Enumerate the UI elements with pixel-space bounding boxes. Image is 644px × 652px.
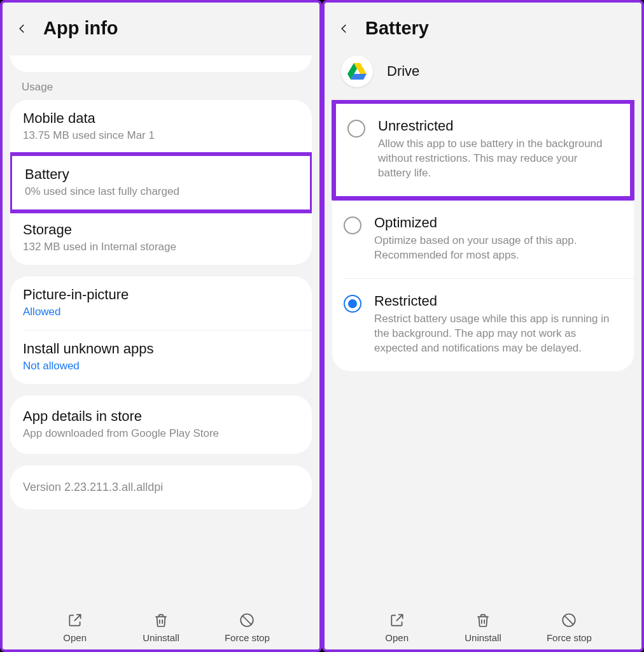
force-stop-button[interactable]: Force stop xyxy=(216,612,277,643)
open-button[interactable]: Open xyxy=(45,612,106,643)
battery-options-card: Unrestricted Allow this app to use batte… xyxy=(332,100,634,371)
back-icon[interactable] xyxy=(339,23,350,34)
row-title: Storage xyxy=(23,222,299,238)
battery-screen: Battery Drive Unrestricted Allow this ap… xyxy=(322,0,644,652)
version-card: Version 2.23.211.3.all.alldpi xyxy=(10,465,312,509)
card-peek xyxy=(10,55,312,72)
open-icon xyxy=(389,612,405,628)
header: Battery xyxy=(325,3,641,55)
row-title: App details in store xyxy=(23,408,299,425)
bottom-bar: Open Uninstall Force stop xyxy=(3,609,319,649)
row-sub: 13.75 MB used since Mar 1 xyxy=(23,129,299,142)
option-optimized[interactable]: Optimized Optimize based on your usage o… xyxy=(332,201,634,278)
page-title: App info xyxy=(43,18,118,39)
open-icon xyxy=(67,612,83,628)
usage-card: Mobile data 13.75 MB used since Mar 1 Ba… xyxy=(10,100,312,265)
page-title: Battery xyxy=(365,18,429,39)
row-mobile-data[interactable]: Mobile data 13.75 MB used since Mar 1 xyxy=(10,100,312,153)
option-desc: Optimize based on your usage of this app… xyxy=(374,234,617,263)
row-pip[interactable]: Picture-in-picture Allowed xyxy=(10,276,312,330)
open-label: Open xyxy=(63,632,87,643)
uninstall-button[interactable]: Uninstall xyxy=(130,612,192,643)
header: App info xyxy=(3,3,319,55)
row-sub: App downloaded from Google Play Store xyxy=(23,427,299,440)
row-sub: 0% used since last fully charged xyxy=(25,185,297,198)
app-name: Drive xyxy=(387,63,419,80)
force-stop-label: Force stop xyxy=(547,632,592,643)
open-label: Open xyxy=(385,632,409,643)
highlight-battery: Battery 0% used since last fully charged xyxy=(10,152,312,213)
trash-icon xyxy=(153,612,169,628)
row-title: Battery xyxy=(25,166,297,183)
section-label-usage: Usage xyxy=(10,76,312,100)
settings-card: Picture-in-picture Allowed Install unkno… xyxy=(10,276,312,384)
version-text: Version 2.23.211.3.all.alldpi xyxy=(10,465,312,509)
stop-icon xyxy=(561,612,577,628)
row-app-details[interactable]: App details in store App downloaded from… xyxy=(10,398,312,451)
row-unknown-apps[interactable]: Install unknown apps Not allowed xyxy=(10,330,312,384)
trash-icon xyxy=(475,612,491,628)
row-sub: 132 MB used in Internal storage xyxy=(23,241,299,253)
app-row: Drive xyxy=(325,55,641,100)
row-title: Install unknown apps xyxy=(23,341,299,357)
row-battery[interactable]: Battery 0% used since last fully charged xyxy=(12,156,310,209)
drive-app-icon xyxy=(341,55,373,87)
uninstall-button[interactable]: Uninstall xyxy=(452,612,514,643)
row-title: Mobile data xyxy=(23,110,299,127)
radio-icon-selected[interactable] xyxy=(344,295,361,313)
option-title: Restricted xyxy=(374,293,617,309)
uninstall-label: Uninstall xyxy=(465,632,501,643)
uninstall-label: Uninstall xyxy=(143,632,179,643)
row-storage[interactable]: Storage 132 MB used in Internal storage xyxy=(10,211,312,265)
option-unrestricted[interactable]: Unrestricted Allow this app to use batte… xyxy=(336,104,630,196)
app-info-screen: App info Usage Mobile data 13.75 MB used… xyxy=(0,0,322,652)
stop-icon xyxy=(239,612,255,628)
bottom-bar: Open Uninstall Force stop xyxy=(325,609,641,649)
option-desc: Allow this app to use battery in the bac… xyxy=(378,137,613,181)
row-title: Picture-in-picture xyxy=(23,287,299,303)
radio-icon[interactable] xyxy=(344,216,361,234)
open-button[interactable]: Open xyxy=(367,612,428,643)
option-title: Unrestricted xyxy=(378,118,613,134)
option-restricted[interactable]: Restricted Restrict battery usage while … xyxy=(332,279,634,371)
highlight-unrestricted: Unrestricted Allow this app to use batte… xyxy=(332,100,634,201)
force-stop-label: Force stop xyxy=(225,632,270,643)
radio-icon[interactable] xyxy=(347,120,365,138)
back-icon[interactable] xyxy=(17,23,28,34)
drive-logo-icon xyxy=(347,63,367,80)
row-sub: Not allowed xyxy=(23,360,299,372)
option-desc: Restrict battery usage while this app is… xyxy=(374,312,617,356)
details-card: App details in store App downloaded from… xyxy=(10,395,312,454)
row-sub: Allowed xyxy=(23,306,299,318)
option-title: Optimized xyxy=(374,215,617,231)
force-stop-button[interactable]: Force stop xyxy=(538,612,599,643)
